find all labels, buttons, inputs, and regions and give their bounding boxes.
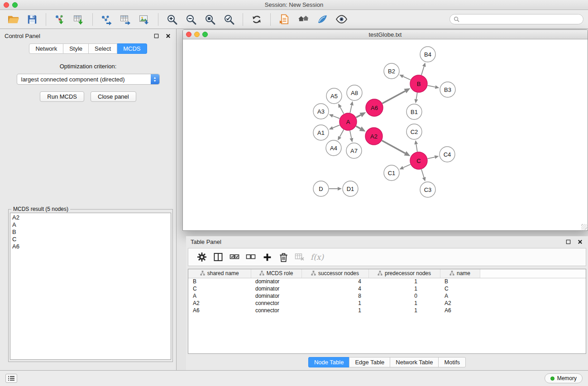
node-C1[interactable]: C1 — [384, 165, 399, 181]
result-item[interactable]: A — [12, 221, 169, 229]
table-cell[interactable]: 4 — [301, 278, 368, 285]
table-row[interactable]: A2connector11A2 — [188, 300, 586, 307]
node-A1[interactable]: A1 — [313, 125, 329, 140]
paint-icon[interactable] — [314, 12, 330, 27]
edge-C-C1[interactable] — [403, 164, 411, 167]
float-table-panel-icon[interactable] — [564, 238, 572, 245]
edge-B-B2[interactable] — [403, 76, 411, 80]
edge-A2-C[interactable] — [382, 141, 406, 153]
node-table-container[interactable]: shared nameMCDS rolesuccessor nodesprede… — [188, 269, 586, 354]
edge-C-C4[interactable] — [428, 157, 435, 159]
table-cell[interactable]: C — [440, 285, 480, 292]
columns-icon[interactable] — [211, 250, 225, 264]
zoom-window-button[interactable] — [12, 2, 18, 8]
column-header-successor-nodes[interactable]: successor nodes — [301, 269, 368, 278]
search-input[interactable] — [462, 16, 579, 23]
table-cell[interactable]: 8 — [301, 292, 368, 300]
result-item[interactable]: A6 — [12, 243, 169, 250]
run-mcds-button[interactable]: Run MCDS — [40, 91, 84, 102]
settings-icon[interactable] — [195, 250, 209, 264]
zoom-fit-icon[interactable] — [202, 12, 218, 27]
table-row[interactable]: Cdominator41C — [188, 285, 586, 292]
zoom-view-button[interactable] — [202, 32, 208, 37]
zoom-in-icon[interactable] — [164, 12, 180, 27]
node-B2[interactable]: B2 — [384, 63, 399, 79]
close-view-button[interactable] — [186, 32, 191, 37]
node-C3[interactable]: C3 — [420, 182, 435, 197]
node-A7[interactable]: A7 — [346, 143, 362, 158]
table-cell[interactable]: B — [440, 278, 480, 285]
refresh-icon[interactable] — [249, 12, 265, 27]
tab-motifs[interactable]: Motifs — [438, 357, 466, 367]
select-all-icon[interactable] — [227, 250, 242, 264]
table-cell[interactable]: 1 — [301, 300, 368, 307]
node-A6[interactable]: A6 — [366, 99, 383, 116]
network-canvas[interactable]: B4B2BB3A5A8A6B1A3AC2A1A2A4A7C4CC1C3DD1 — [183, 39, 588, 230]
edge-B-B4[interactable] — [421, 67, 424, 75]
export-table-icon[interactable] — [117, 12, 134, 27]
save-icon[interactable] — [24, 12, 40, 27]
node-B3[interactable]: B3 — [440, 82, 455, 97]
edge-A-A4[interactable] — [340, 130, 344, 137]
node-C2[interactable]: C2 — [406, 124, 422, 139]
table-cell[interactable]: 0 — [368, 292, 440, 300]
edge-A-A6[interactable] — [356, 115, 361, 118]
optimization-criterion-dropdown[interactable]: largest connected component (directed) ▲… — [17, 74, 160, 85]
tab-network-table[interactable]: Network Table — [390, 357, 439, 367]
node-D1[interactable]: D1 — [343, 181, 358, 196]
tab-edge-table[interactable]: Edge Table — [349, 357, 390, 367]
edge-B-B1[interactable] — [416, 93, 417, 100]
edge-C-C2[interactable] — [416, 144, 417, 152]
tab-style[interactable]: Style — [63, 43, 89, 54]
table-cell[interactable]: 1 — [368, 300, 440, 307]
edge-A-A7[interactable] — [350, 131, 351, 138]
table-row[interactable]: Bdominator41B — [188, 278, 586, 285]
table-cell[interactable]: A — [440, 292, 480, 300]
column-header-predecessor-nodes[interactable]: predecessor nodes — [368, 269, 440, 278]
table-cell[interactable]: A — [188, 292, 251, 300]
edge-A-A3[interactable] — [333, 116, 339, 119]
tab-mcds[interactable]: MCDS — [117, 43, 147, 54]
clear-selection-icon[interactable] — [244, 250, 258, 264]
table-cell[interactable]: 1 — [368, 285, 440, 292]
tab-node-table[interactable]: Node Table — [308, 357, 350, 367]
table-cell[interactable]: 1 — [301, 307, 368, 314]
edge-A-A8[interactable] — [350, 105, 352, 113]
zoom-out-icon[interactable] — [183, 12, 199, 27]
node-A5[interactable]: A5 — [326, 88, 342, 104]
table-cell[interactable]: dominator — [251, 285, 301, 292]
node-B4[interactable]: B4 — [420, 47, 435, 62]
result-item[interactable]: A2 — [12, 214, 169, 221]
search-box[interactable] — [449, 14, 583, 24]
export-image-icon[interactable] — [136, 12, 153, 27]
close-panel-button[interactable]: Close panel — [91, 91, 136, 102]
table-cell[interactable]: A2 — [188, 300, 251, 307]
delete-column-icon[interactable] — [276, 250, 291, 264]
node-C4[interactable]: C4 — [440, 147, 455, 162]
export-network-icon[interactable] — [98, 12, 115, 27]
eye-icon[interactable] — [333, 12, 349, 27]
edge-C-C3[interactable] — [421, 169, 424, 177]
node-A4[interactable]: A4 — [326, 140, 341, 156]
document-icon[interactable] — [276, 12, 292, 27]
table-row[interactable]: A6connector11A6 — [188, 307, 586, 314]
close-panel-icon[interactable] — [164, 32, 172, 39]
function-builder-icon[interactable]: f(x) — [311, 253, 324, 262]
result-item[interactable]: C — [12, 236, 169, 243]
edge-B-B3[interactable] — [428, 86, 435, 87]
edge-A-A1[interactable] — [333, 125, 339, 128]
node-A8[interactable]: A8 — [347, 85, 362, 100]
table-cell[interactable]: C — [188, 285, 251, 292]
close-table-panel-icon[interactable] — [576, 238, 583, 245]
resize-grip-icon[interactable] — [581, 224, 587, 230]
table-cell[interactable]: 1 — [368, 278, 440, 285]
node-B[interactable]: B — [410, 75, 427, 92]
float-panel-icon[interactable] — [153, 32, 160, 39]
table-cell[interactable]: dominator — [251, 278, 301, 285]
edge-A6-B[interactable] — [382, 91, 406, 103]
table-cell[interactable]: connector — [251, 307, 301, 314]
table-cell[interactable]: 4 — [301, 285, 368, 292]
close-window-button[interactable] — [4, 2, 9, 8]
table-cell[interactable]: A6 — [440, 307, 480, 314]
home-icon[interactable] — [295, 12, 311, 27]
